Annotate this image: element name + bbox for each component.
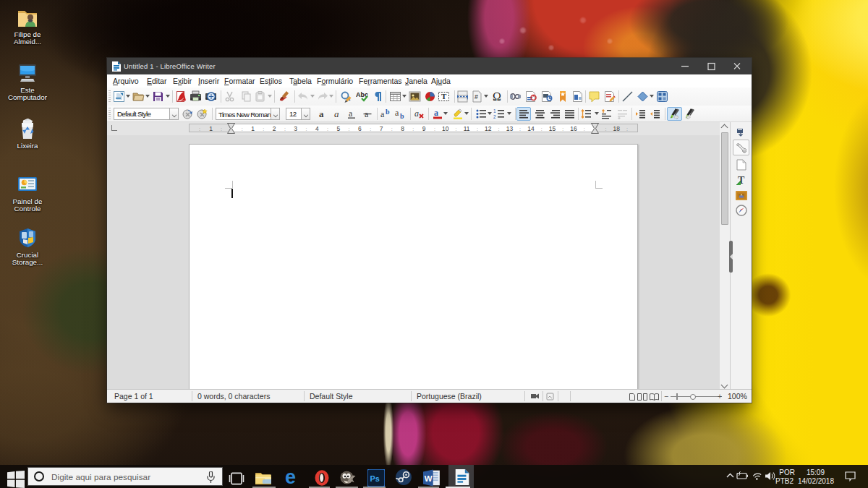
svg-text:#: # [475, 93, 478, 100]
svg-text:Ω: Ω [493, 90, 501, 103]
svg-text:b: b [400, 112, 404, 120]
svg-text:a: a [395, 108, 399, 118]
svg-text:a: a [380, 109, 385, 119]
svg-text:Ps: Ps [370, 474, 379, 483]
svg-text:T: T [441, 92, 447, 100]
svg-text:1: 1 [493, 108, 496, 114]
svg-text:b: b [386, 108, 390, 116]
svg-text:a: a [334, 108, 339, 119]
svg-text:2: 2 [493, 114, 496, 119]
svg-text:a: a [434, 108, 438, 118]
svg-text:a: a [414, 108, 419, 119]
svg-text:a: a [349, 108, 353, 119]
svg-text:a: a [319, 108, 324, 119]
svg-text:W: W [425, 474, 433, 483]
